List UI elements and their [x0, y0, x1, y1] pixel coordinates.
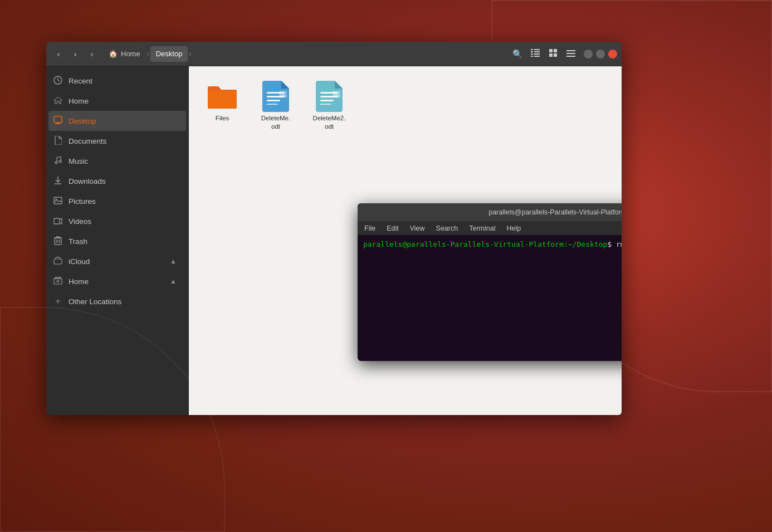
svg-rect-9	[554, 49, 557, 52]
svg-line-17	[58, 80, 60, 81]
prompt-command: rm -r Files/*	[616, 240, 622, 248]
back-button[interactable]: ‹	[51, 46, 66, 62]
home2-icon	[53, 277, 63, 286]
minimize-button[interactable]	[584, 50, 593, 58]
home-icon: 🏠	[109, 50, 118, 58]
svg-rect-47	[320, 100, 334, 101]
svg-rect-42	[267, 104, 278, 105]
sidebar: Recent Home Desktop Documents	[46, 66, 189, 415]
grid-view-button[interactable]	[545, 46, 561, 62]
nav-buttons: ‹ › ‹	[51, 46, 100, 62]
file-grid: Files	[200, 77, 610, 134]
downloads-label: Downloads	[69, 177, 179, 186]
pictures-label: Pictures	[69, 197, 179, 206]
sidebar-item-home2[interactable]: Home ▲	[48, 271, 186, 291]
header-actions: 🔍	[509, 46, 579, 62]
terminal-menu-help[interactable]: Help	[504, 224, 523, 232]
breadcrumb-home[interactable]: 🏠 Home	[103, 46, 146, 62]
forward-button[interactable]: ›	[67, 46, 83, 62]
home-sidebar-icon	[53, 96, 63, 106]
menu-button[interactable]	[563, 46, 579, 62]
svg-rect-1	[534, 49, 540, 50]
sidebar-item-icloud[interactable]: iCloud ▲	[48, 251, 186, 271]
svg-rect-14	[566, 56, 575, 57]
sidebar-item-other-locations[interactable]: + Other Locations	[48, 291, 186, 311]
terminal-menu-view[interactable]: View	[408, 224, 427, 232]
sidebar-item-recent[interactable]: Recent	[48, 71, 186, 91]
terminal-window: parallels@parallels-Parallels-Virtual-Pl…	[358, 203, 622, 361]
breadcrumb: 🏠 Home › Desktop ›	[103, 46, 192, 62]
icloud-eject-button[interactable]: ▲	[167, 255, 179, 267]
hamburger-icon	[566, 49, 575, 58]
videos-icon	[53, 217, 63, 226]
terminal-menu-search[interactable]: Search	[434, 224, 461, 232]
add-icon: +	[53, 296, 63, 307]
terminal-menu-terminal[interactable]: Terminal	[467, 224, 497, 232]
sidebar-item-downloads[interactable]: Downloads	[48, 171, 186, 191]
terminal-content[interactable]: parallels@parallels-Parallels-Virtual-Pl…	[358, 236, 622, 361]
recent-icon	[53, 76, 63, 86]
breadcrumb-desktop[interactable]: Desktop	[150, 46, 188, 62]
terminal-menubar: File Edit View Search Terminal Help	[358, 221, 622, 236]
svg-point-22	[55, 162, 57, 164]
list-view-icon	[531, 49, 540, 58]
sidebar-item-videos[interactable]: Videos	[48, 211, 186, 231]
trash-icon	[53, 236, 63, 247]
file-item-deleteme[interactable]: DeleteMe. odt	[253, 77, 298, 134]
desktop-crumb-label: Desktop	[156, 50, 183, 58]
sidebar-item-documents[interactable]: Documents	[48, 131, 186, 151]
terminal-prompt-line: parallels@parallels-Parallels-Virtual-Pl…	[363, 240, 622, 248]
terminal-titlebar: parallels@parallels-Parallels-Virtual-Pl…	[358, 203, 622, 221]
grid-view-icon	[549, 49, 557, 58]
svg-point-23	[59, 160, 61, 163]
deleteme-label: DeleteMe. odt	[257, 114, 295, 131]
breadcrumb-sep: ›	[146, 50, 150, 58]
svg-rect-10	[549, 53, 553, 57]
svg-rect-12	[566, 50, 575, 51]
home2-eject-button[interactable]: ▲	[167, 275, 179, 287]
svg-point-50	[334, 92, 335, 94]
documents-icon	[53, 136, 63, 147]
svg-rect-49	[333, 91, 340, 97]
recent-label: Recent	[69, 77, 179, 85]
pictures-icon	[53, 197, 63, 206]
svg-rect-26	[54, 197, 62, 204]
music-label: Music	[69, 157, 179, 165]
svg-rect-37	[55, 277, 61, 279]
svg-rect-48	[320, 104, 331, 105]
prompt-dollar: $	[607, 240, 616, 248]
svg-rect-36	[54, 279, 62, 284]
file-item-files-folder[interactable]: Files	[200, 77, 245, 134]
content-area: Files	[189, 66, 622, 415]
svg-marker-18	[54, 97, 62, 104]
search-button[interactable]: 🔍	[509, 46, 526, 62]
other-locations-label: Other Locations	[69, 297, 179, 306]
terminal-menu-file[interactable]: File	[362, 224, 378, 232]
home2-label: Home	[69, 277, 162, 286]
sidebar-item-desktop[interactable]: Desktop	[48, 111, 186, 131]
music-icon	[53, 156, 63, 167]
svg-rect-21	[55, 124, 61, 124]
videos-label: Videos	[69, 217, 179, 226]
folder-icon-files	[207, 81, 238, 112]
file-item-deleteme2[interactable]: DeleteMe2. odt	[307, 77, 351, 134]
sidebar-item-home[interactable]: Home	[48, 91, 186, 111]
deleteme2-label: DeleteMe2. odt	[310, 114, 348, 131]
sidebar-item-trash[interactable]: Trash	[48, 231, 186, 251]
sidebar-item-pictures[interactable]: Pictures	[48, 191, 186, 211]
terminal-title: parallels@parallels-Parallels-Virtual-Pl…	[362, 208, 622, 216]
maximize-button[interactable]	[596, 50, 605, 58]
svg-rect-41	[267, 100, 280, 101]
terminal-menu-edit[interactable]: Edit	[384, 224, 401, 232]
desktop-label: Desktop	[69, 117, 179, 125]
svg-rect-11	[554, 53, 557, 57]
svg-rect-5	[534, 53, 540, 55]
home-label: Home	[69, 97, 179, 105]
close-button[interactable]	[608, 50, 617, 58]
sidebar-item-music[interactable]: Music	[48, 151, 186, 171]
header-bar: ‹ › ‹ 🏠 Home › Desktop › 🔍	[46, 42, 622, 66]
list-view-button[interactable]	[527, 46, 544, 62]
up-button[interactable]: ‹	[84, 46, 100, 62]
main-area: Recent Home Desktop Documents	[46, 66, 622, 415]
trash-label: Trash	[69, 237, 179, 246]
